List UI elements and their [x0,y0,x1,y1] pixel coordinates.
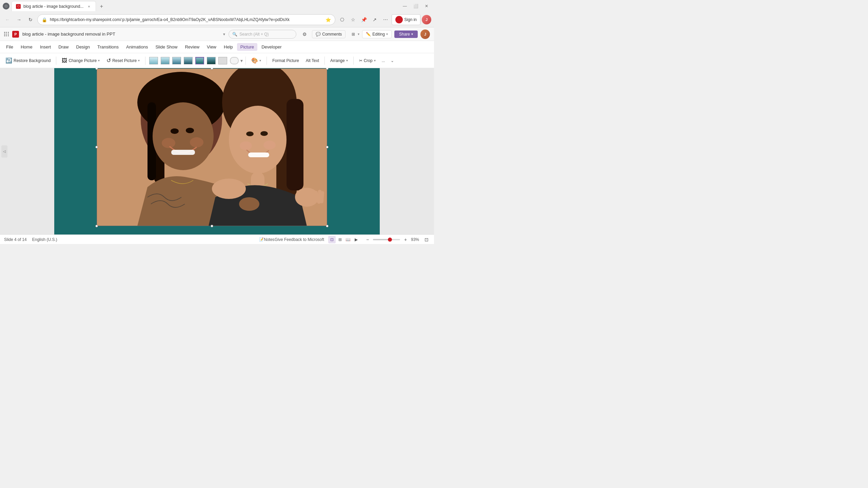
share-button[interactable]: Share ▾ [394,30,418,38]
collections-btn[interactable]: 📌 [359,15,369,24]
styles-more-arrow[interactable]: ▾ [240,58,243,63]
outline-view-btn[interactable]: ⊞ [336,236,344,243]
address-bar[interactable]: 🔒 https://brightcarbon-my.sharepoint.com… [37,14,335,25]
forward-btn[interactable]: → [14,15,24,24]
toolbar-divider-3 [245,57,246,65]
editing-dropdown[interactable]: ✏️ Editing ▾ [362,30,392,38]
more-nav-btn[interactable]: ⋯ [381,15,390,24]
menu-draw[interactable]: Draw [55,43,72,51]
menu-developer[interactable]: Developer [258,43,285,51]
fit-slide-btn[interactable]: ⊡ [423,236,430,243]
menu-view[interactable]: View [203,43,220,51]
tab-favicon [16,4,21,9]
slideshow-view-btn[interactable]: ▶ [353,236,360,243]
active-tab[interactable]: blog article - image background... × [12,1,96,11]
restore-background-btn[interactable]: ↩️ Restore Background [3,56,53,65]
style-btn-1[interactable] [148,55,159,66]
color-effects-btn[interactable]: 🎨 ▾ [249,56,264,65]
new-tab-button[interactable]: + [97,2,106,11]
zoom-thumb[interactable] [388,238,392,242]
svg-point-6 [171,128,179,134]
menu-slideshow[interactable]: Slide Show [152,43,181,51]
menu-insert[interactable]: Insert [37,43,55,51]
handle-mid-right[interactable] [326,146,329,148]
reset-picture-btn[interactable]: ↺ Reset Picture ▾ [104,56,142,65]
menu-home[interactable]: Home [17,43,36,51]
change-pic-icon: 🖼 [62,58,67,64]
status-right: 📝 Notes Give Feedback to Microsoft ⊡ ⊞ 📖… [263,236,430,243]
favorites-btn[interactable]: ☆ [348,15,358,24]
collapse-panel-btn[interactable]: ◁ [1,145,7,158]
menu-animations[interactable]: Animations [123,43,151,51]
normal-view-btn[interactable]: ⊡ [328,236,336,243]
svg-point-13 [246,131,254,136]
app-container: P blog article - image background remova… [0,27,434,244]
settings-btn[interactable]: ⚙ [300,29,309,39]
color-arrow: ▾ [259,59,261,62]
more-btn[interactable]: ... [380,57,387,64]
style-btn-2[interactable] [160,55,171,66]
extensions-btn[interactable]: ⎔ [337,15,347,24]
sign-in-button[interactable]: Sign in [392,14,420,25]
svg-point-23 [162,138,175,148]
zoom-control: − + 93% [364,236,419,243]
zoom-slider[interactable] [373,239,400,240]
menu-transitions[interactable]: Transitions [94,43,122,51]
handle-bottom-center[interactable] [211,225,213,227]
menu-file[interactable]: File [3,43,17,51]
reading-view-btn[interactable]: 📖 [344,236,352,243]
editing-label: Editing [372,32,385,37]
style-btn-6[interactable] [206,55,217,66]
tab-close-btn[interactable]: × [86,4,92,9]
style-btn-4[interactable] [183,55,194,66]
app-logo: P [12,31,19,38]
refresh-btn[interactable]: ↻ [26,15,35,24]
comments-button[interactable]: 💬 Comments [312,30,346,38]
toolbar-divider-5 [324,57,325,65]
style-btn-8[interactable] [229,55,240,66]
change-picture-btn[interactable]: 🖼 Change Picture ▾ [59,56,102,65]
zoom-in-btn[interactable]: + [402,236,409,243]
handle-bottom-left[interactable] [95,225,98,227]
menu-review[interactable]: Review [181,43,203,51]
share-nav-btn[interactable]: ↗ [370,15,379,24]
maximize-btn[interactable]: ⬜ [411,1,420,11]
crop-label: Crop [364,58,373,63]
zoom-out-btn[interactable]: − [364,236,371,243]
header-search[interactable]: 🔍 Search (Alt + Q) [229,30,296,39]
sign-in-label: Sign in [404,17,417,22]
feedback-label[interactable]: Give Feedback to Microsoft [275,237,324,242]
apps-icon[interactable] [4,32,9,37]
profile-avatar[interactable]: J [422,15,431,24]
format-picture-btn[interactable]: Format Picture [270,57,302,64]
menu-design[interactable]: Design [73,43,93,51]
alt-text-btn[interactable]: Alt Text [303,57,322,64]
selected-image-container[interactable] [97,68,327,226]
handle-bottom-right[interactable] [326,225,329,227]
menu-help[interactable]: Help [220,43,236,51]
collapse-ribbon-btn[interactable]: ⌄ [389,57,396,64]
handle-top-right[interactable] [326,68,329,70]
title-dropdown-arrow[interactable]: ▾ [223,32,225,37]
picture-toolbar: ↩️ Restore Background 🖼 Change Picture ▾… [0,53,434,68]
style-btn-5[interactable] [194,55,205,66]
crop-btn[interactable]: ✂ Crop ▾ [356,57,378,64]
minimize-btn[interactable]: — [400,1,410,11]
view-toggle-arrow[interactable]: ▾ [358,30,359,38]
back-btn[interactable]: ← [3,15,12,24]
toolbar-divider-2 [145,57,145,65]
style-btn-3[interactable] [171,55,182,66]
view-toggle-btn[interactable]: ⊞ [350,30,357,38]
handle-mid-left[interactable] [95,146,98,148]
zoom-level[interactable]: 93% [411,237,419,242]
arrange-btn[interactable]: Arrange ▾ [328,57,351,64]
menu-picture[interactable]: Picture [237,43,257,51]
style-btn-7[interactable] [217,55,228,66]
notes-btn[interactable]: 📝 Notes [263,236,271,243]
menu-bar: File Home Insert Draw Design Transitions… [0,41,434,53]
share-arrow: ▾ [411,32,413,36]
close-btn[interactable]: ✕ [422,1,431,11]
header-actions: ⚙ 💬 Comments ⊞ ▾ ✏️ Editing ▾ Share ▾ [300,29,430,39]
svg-rect-11 [287,99,303,190]
user-avatar[interactable]: J [420,29,430,39]
